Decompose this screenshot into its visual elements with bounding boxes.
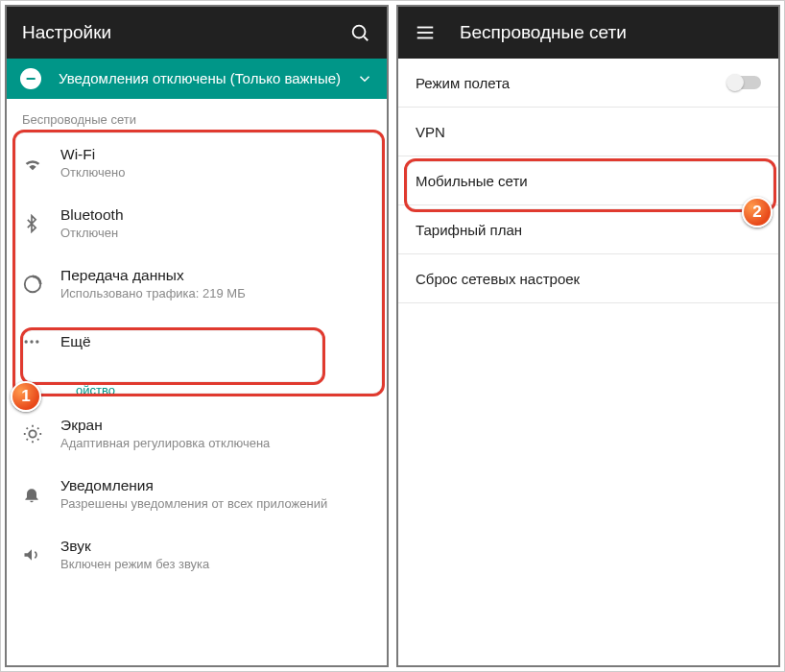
appbar-title: Беспроводные сети [460, 22, 763, 43]
svg-point-6 [29, 430, 36, 437]
item-tariff-plan[interactable]: Тарифный план [398, 205, 778, 253]
airplane-label: Режим полета [416, 75, 728, 91]
item-more[interactable]: Ещё [7, 314, 387, 370]
reset-label: Сброс сетевых настроек [416, 271, 761, 287]
airplane-toggle[interactable] [728, 76, 761, 89]
item-notifications[interactable]: Уведомления Разрешены уведомления от все… [7, 464, 387, 524]
step-badge-2: 2 [742, 197, 773, 228]
svg-line-1 [364, 36, 368, 40]
chevron-down-icon [356, 70, 373, 87]
item-vpn[interactable]: VPN [398, 108, 778, 156]
item-bluetooth[interactable]: Bluetooth Отключен [7, 193, 387, 253]
bell-icon [22, 485, 60, 504]
wifi-label: Wi-Fi [60, 146, 371, 163]
svg-point-5 [36, 340, 38, 343]
hamburger-icon[interactable] [414, 21, 437, 44]
volume-icon [22, 545, 60, 564]
banner-text: Уведомления отключены (Только важные) [59, 70, 348, 88]
data-sub: Использовано трафика: 219 МБ [60, 286, 371, 300]
more-label: Ещё [60, 333, 371, 350]
svg-point-3 [25, 340, 28, 343]
item-reset-network[interactable]: Сброс сетевых настроек [398, 254, 778, 302]
section-header-device-partial: ойство [7, 370, 387, 403]
sound-label: Звук [60, 538, 371, 555]
mobile-label: Мобильные сети [416, 173, 761, 189]
notifications-banner[interactable]: − Уведомления отключены (Только важные) [7, 59, 387, 99]
bluetooth-icon [22, 214, 60, 233]
bluetooth-label: Bluetooth [60, 206, 371, 224]
tariff-label: Тарифный план [416, 222, 761, 238]
data-usage-icon [22, 274, 60, 295]
more-horiz-icon [22, 332, 60, 351]
item-mobile-networks[interactable]: Мобильные сети [398, 156, 778, 204]
divider [398, 302, 778, 303]
wifi-sub: Отключено [60, 165, 371, 180]
notif-label: Уведомления [60, 477, 371, 494]
svg-point-0 [353, 26, 366, 38]
data-label: Передача данных [60, 267, 371, 284]
minus-circle-icon: − [20, 68, 41, 89]
item-wifi[interactable]: Wi-Fi Отключено [7, 132, 387, 193]
appbar: Настройки [7, 7, 387, 59]
display-sub: Адаптивная регулировка отключена [60, 436, 371, 450]
vpn-label: VPN [416, 124, 761, 140]
screen-wireless: Беспроводные сети Режим полета VPN Мобил… [396, 5, 780, 667]
search-icon[interactable] [348, 21, 371, 44]
wifi-icon [22, 153, 60, 174]
item-data-usage[interactable]: Передача данных Использовано трафика: 21… [7, 253, 387, 314]
sound-sub: Включен режим без звука [60, 557, 371, 571]
section-header-wireless: Беспроводные сети [7, 99, 387, 132]
item-sound[interactable]: Звук Включен режим без звука [7, 524, 387, 585]
brightness-icon [22, 423, 60, 444]
item-display[interactable]: Экран Адаптивная регулировка отключена [7, 403, 387, 464]
bluetooth-sub: Отключен [60, 226, 371, 240]
notif-sub: Разрешены уведомления от всех приложений [60, 496, 371, 511]
step-badge-1: 1 [11, 381, 41, 412]
appbar-title: Настройки [22, 22, 348, 43]
display-label: Экран [60, 417, 371, 434]
appbar: Беспроводные сети [398, 7, 778, 59]
screen-settings: Настройки − Уведомления отключены (Тольк… [5, 5, 389, 667]
svg-point-4 [30, 340, 33, 343]
item-airplane[interactable]: Режим полета [398, 59, 778, 107]
